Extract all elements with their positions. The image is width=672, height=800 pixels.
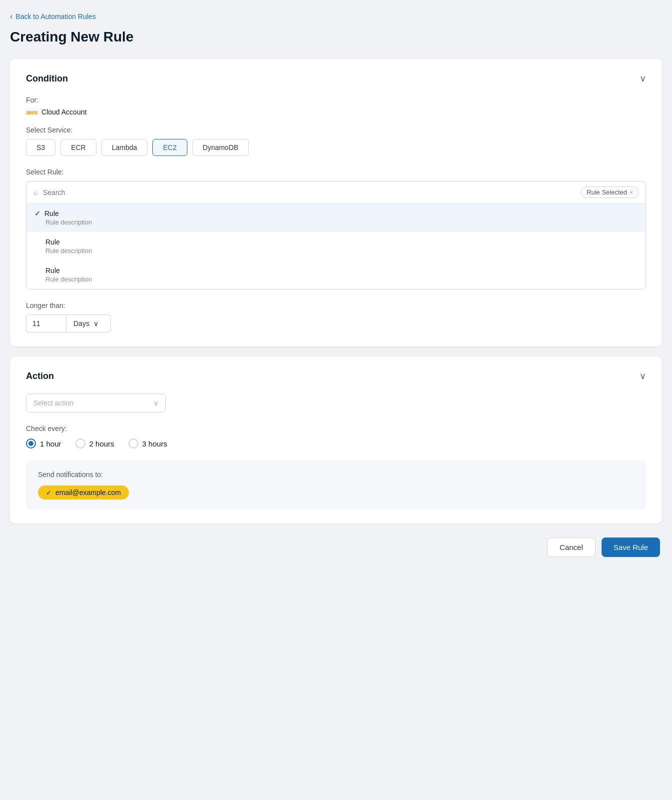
service-btn-lambda[interactable]: Lambda xyxy=(101,139,148,156)
rule-item-3-header: Rule xyxy=(34,266,638,274)
radio-1hour-inner xyxy=(28,441,33,446)
condition-header: Condition ∨ xyxy=(26,73,646,84)
cloud-account-label: Cloud Account xyxy=(41,108,86,116)
unit-value: Days xyxy=(73,320,89,328)
unit-chevron-icon: ∨ xyxy=(93,320,98,328)
select-rule-label: Select Rule: xyxy=(26,168,646,176)
unit-select[interactable]: Days ∨ xyxy=(66,314,111,332)
cancel-button[interactable]: Cancel xyxy=(547,538,596,557)
radio-1hour[interactable]: 1 hour xyxy=(26,438,61,448)
action-select-chevron: ∨ xyxy=(153,399,158,407)
rule-selector: ⌕ Rule Selected × ✓ Rule Rule descriptio… xyxy=(26,181,646,290)
email-chip[interactable]: ✓ email@example.com xyxy=(38,486,129,500)
rule-name-2: Rule xyxy=(34,238,60,246)
rule-selected-text: Rule Selected xyxy=(587,188,627,196)
rule-list: ✓ Rule Rule description Rule Rule descri… xyxy=(26,204,646,289)
email-check-icon: ✓ xyxy=(46,489,51,496)
check-every-label: Check every: xyxy=(26,424,646,432)
radio-2hours-label: 2 hours xyxy=(89,440,114,448)
longer-than-input[interactable] xyxy=(26,314,66,332)
condition-title: Condition xyxy=(26,74,68,84)
radio-2hours[interactable]: 2 hours xyxy=(75,438,114,448)
action-title: Action xyxy=(26,371,54,382)
action-select-placeholder: Select action xyxy=(33,399,73,407)
rule-desc-3: Rule description xyxy=(34,276,638,283)
rule-item-1[interactable]: ✓ Rule Rule description xyxy=(26,204,646,232)
service-btn-s3[interactable]: S3 xyxy=(26,139,55,156)
rule-item-2[interactable]: Rule Rule description xyxy=(26,232,646,260)
aws-logo: aws xyxy=(26,108,37,116)
select-service-label: Select Service: xyxy=(26,126,646,134)
radio-3hours[interactable]: 3 hours xyxy=(128,438,167,448)
notifications-box: Send notifications to: ✓ email@example.c… xyxy=(26,460,646,510)
longer-than-section: Longer than: Days ∨ xyxy=(26,302,646,332)
rule-desc-1: Rule description xyxy=(34,218,638,226)
back-link-label: Back to Automation Rules xyxy=(15,12,95,20)
footer-actions: Cancel Save Rule xyxy=(10,538,662,557)
condition-card: Condition ∨ For: aws Cloud Account Selec… xyxy=(10,59,662,346)
search-icon: ⌕ xyxy=(33,188,38,196)
search-input[interactable] xyxy=(43,188,576,196)
radio-3hours-label: 3 hours xyxy=(142,440,167,448)
service-btn-ec2[interactable]: EC2 xyxy=(152,139,187,156)
action-card: Action ∨ Select action ∨ Check every: 1 … xyxy=(10,356,662,524)
rule-name-1: Rule xyxy=(44,210,59,218)
longer-than-label: Longer than: xyxy=(26,302,646,310)
radio-2hours-outer xyxy=(75,438,85,448)
rule-item-3[interactable]: Rule Rule description xyxy=(26,260,646,289)
condition-collapse-icon[interactable]: ∨ xyxy=(640,73,646,84)
save-rule-button[interactable]: Save Rule xyxy=(602,538,660,557)
page-title: Creating New Rule xyxy=(10,29,662,45)
cloud-account-row: aws Cloud Account xyxy=(26,108,646,116)
rule-selected-clear[interactable]: × xyxy=(630,189,633,196)
radio-1hour-outer xyxy=(26,438,36,448)
radio-group: 1 hour 2 hours 3 hours xyxy=(26,438,646,448)
back-link[interactable]: ‹ Back to Automation Rules xyxy=(10,12,662,21)
chevron-left-icon: ‹ xyxy=(10,12,12,21)
action-select[interactable]: Select action ∨ xyxy=(26,394,166,412)
rule-item-1-header: ✓ Rule xyxy=(34,210,638,218)
service-btn-ecr[interactable]: ECR xyxy=(60,139,96,156)
rule-check-icon-1: ✓ xyxy=(34,210,40,218)
service-btn-dynamodb[interactable]: DynamoDB xyxy=(192,139,249,156)
radio-1hour-label: 1 hour xyxy=(40,440,61,448)
rule-selected-badge: Rule Selected × xyxy=(581,186,639,198)
email-chip-label: email@example.com xyxy=(55,488,121,496)
service-buttons: S3 ECR Lambda EC2 DynamoDB xyxy=(26,139,646,156)
for-label: For: xyxy=(26,96,646,104)
rule-desc-2: Rule description xyxy=(34,247,638,254)
search-bar: ⌕ Rule Selected × xyxy=(26,182,646,204)
rule-item-2-header: Rule xyxy=(34,238,638,246)
notifications-label: Send notifications to: xyxy=(38,470,634,478)
action-header: Action ∨ xyxy=(26,370,646,382)
rule-name-3: Rule xyxy=(34,266,60,274)
radio-3hours-outer xyxy=(128,438,138,448)
longer-than-controls: Days ∨ xyxy=(26,314,646,332)
action-collapse-icon[interactable]: ∨ xyxy=(640,370,646,382)
